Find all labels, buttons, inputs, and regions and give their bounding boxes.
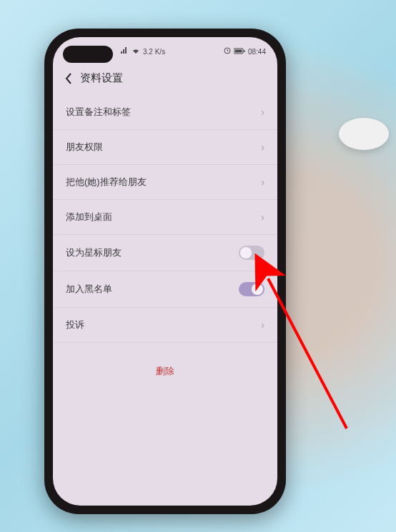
blacklist-toggle[interactable]	[239, 282, 264, 296]
settings-item-friend-permissions[interactable]: 朋友权限 ›	[53, 130, 277, 165]
background-object	[339, 118, 389, 150]
chevron-right-icon: ›	[261, 211, 264, 223]
alarm-icon	[224, 47, 231, 56]
chevron-right-icon: ›	[261, 176, 264, 188]
item-label: 把他(她)推荐给朋友	[66, 176, 147, 189]
status-right: 08:44	[224, 47, 266, 56]
settings-item-recommend-friend[interactable]: 把他(她)推荐给朋友 ›	[53, 165, 277, 200]
phone-frame: 3.2 K/s 08:44 资料设置 设置备注和标签 › 朋友权限	[44, 29, 286, 514]
toggle-knob	[240, 247, 252, 259]
battery-icon	[234, 48, 245, 56]
chevron-right-icon: ›	[261, 106, 264, 118]
delete-button[interactable]: 删除	[156, 366, 174, 376]
item-label: 投诉	[66, 318, 84, 331]
item-label: 添加到桌面	[66, 211, 112, 224]
settings-item-remark-tags[interactable]: 设置备注和标签 ›	[53, 95, 277, 130]
settings-item-add-to-desktop[interactable]: 添加到桌面 ›	[53, 200, 277, 235]
page-header: 资料设置	[53, 66, 277, 95]
chevron-right-icon: ›	[261, 319, 264, 331]
chevron-right-icon: ›	[261, 141, 264, 153]
phone-screen: 3.2 K/s 08:44 资料设置 设置备注和标签 › 朋友权限	[53, 37, 277, 506]
network-speed: 3.2 K/s	[143, 48, 165, 56]
item-label: 设为星标朋友	[66, 246, 122, 259]
item-label: 朋友权限	[66, 141, 103, 154]
toggle-knob	[252, 283, 263, 295]
signal-icon	[120, 47, 129, 56]
page-title: 资料设置	[80, 71, 123, 85]
camera-cutout	[63, 46, 113, 63]
status-left: 3.2 K/s	[120, 47, 165, 56]
item-label: 加入黑名单	[66, 283, 112, 296]
item-label: 设置备注和标签	[66, 106, 131, 119]
settings-item-star-friend: 设为星标朋友	[53, 235, 277, 271]
status-time: 08:44	[248, 48, 266, 56]
delete-section: 删除	[53, 356, 277, 386]
settings-item-report[interactable]: 投诉 ›	[53, 308, 277, 343]
settings-item-blacklist: 加入黑名单	[53, 271, 277, 308]
svg-rect-2	[234, 49, 242, 52]
back-icon[interactable]	[63, 73, 74, 84]
star-friend-toggle[interactable]	[239, 246, 264, 260]
wifi-icon	[132, 47, 140, 56]
svg-rect-3	[244, 50, 245, 52]
